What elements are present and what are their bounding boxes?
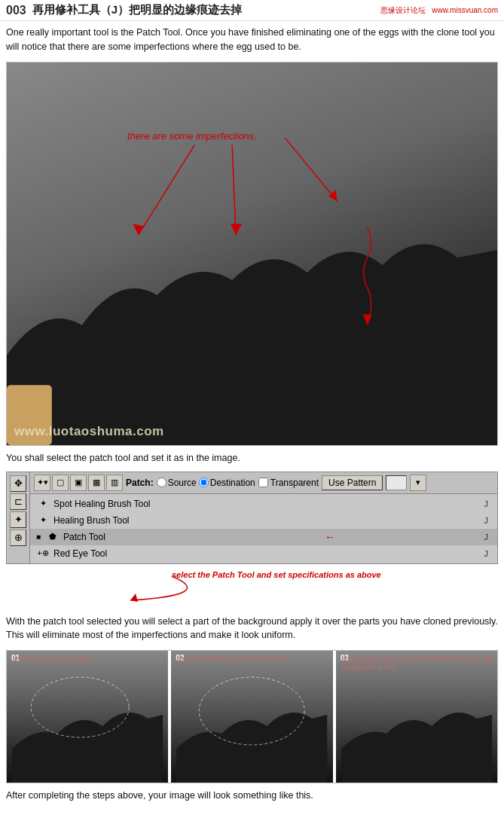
destination-radio-label[interactable]: Destination xyxy=(199,478,255,488)
patch-shortcut: J xyxy=(484,533,492,542)
caption-1: You shall select the patch tool and set … xyxy=(0,449,504,467)
bottom-annotation-3: and drop the selection over the blemishe… xyxy=(342,655,494,672)
red-eye-icon: +⊕ xyxy=(36,547,50,560)
side-tool-move[interactable]: ✥ xyxy=(10,475,26,492)
transparent-checkbox[interactable] xyxy=(258,478,268,487)
bottom-annotation-2: drag the selection over the blemishes xyxy=(177,655,329,664)
source-label: Source xyxy=(168,478,197,488)
toolbar-annotation-container: select the Patch Tool and set specificat… xyxy=(6,569,498,610)
destination-label: Destination xyxy=(210,478,255,488)
svg-marker-7 xyxy=(231,224,242,235)
caption-2: With the patch tool selected you will se… xyxy=(0,610,504,648)
image-annotation: there are some imperfections. xyxy=(127,130,257,142)
final-caption: After completing the steps above, your i… xyxy=(0,786,504,804)
toolbar-wrapper: ✥ ⊏ ✦ ⊕ ✦▾ ▢ ▣ ▦ ▥ Patch: xyxy=(0,472,504,610)
step-title: 再用修补工具（J）把明显的边缘痕迹去掉 xyxy=(32,3,242,17)
side-tool-heal[interactable]: ✦ xyxy=(10,511,26,528)
spot-healing-icon: ✦ xyxy=(36,497,50,511)
bottom-img-2-overlay xyxy=(171,651,332,783)
use-pattern-button[interactable]: Use Pattern xyxy=(322,475,383,490)
toolbar-right: ✦▾ ▢ ▣ ▦ ▥ Patch: Source xyxy=(30,472,497,563)
intro-text: One really important tool is the Patch T… xyxy=(0,21,504,59)
destination-radio[interactable] xyxy=(199,478,209,487)
side-tool-clone[interactable]: ⊕ xyxy=(10,529,26,546)
toolbar-panel: ✥ ⊏ ✦ ⊕ ✦▾ ▢ ▣ ▦ ▥ Patch: xyxy=(6,472,498,564)
patch-active-indicator: ■ xyxy=(36,533,42,541)
toolbar-annotation-text: select the Patch Tool and set specificat… xyxy=(172,570,381,579)
patch-name: Patch Tool xyxy=(63,532,480,542)
toolbar-btn-4[interactable]: ▥ xyxy=(106,475,123,491)
tool-item-healing[interactable]: ✦ Healing Brush Tool J xyxy=(30,512,497,529)
watermark: www.luotaoshuma.com xyxy=(14,424,164,439)
toolbar-btn-2[interactable]: ▣ xyxy=(70,475,87,491)
red-eye-name: Red Eye Tool xyxy=(53,548,481,559)
toolbar-btn-3[interactable]: ▦ xyxy=(88,475,105,491)
pattern-swatch xyxy=(386,475,407,490)
toolbar-icon-group: ✦▾ ▢ ▣ ▦ ▥ xyxy=(34,475,123,491)
arrows-overlay xyxy=(7,63,497,445)
site-info: 思缘设计论坛 www.missvuan.com xyxy=(380,5,498,16)
bottom-image-2: 02 drag the selection over the blemishes xyxy=(170,651,332,783)
spot-healing-shortcut: J xyxy=(484,499,492,508)
header: 003 再用修补工具（J）把明显的边缘痕迹去掉 思缘设计论坛 www.missv… xyxy=(0,0,504,21)
source-radio-label[interactable]: Source xyxy=(157,478,197,488)
patch-icon: ⬟ xyxy=(46,530,60,544)
side-tool-lasso[interactable]: ⊏ xyxy=(10,493,26,510)
source-radio[interactable] xyxy=(157,478,166,487)
toolbar-annotation-svg: select the Patch Tool and set specificat… xyxy=(6,569,458,610)
transparent-label: Transparent xyxy=(270,478,319,488)
tool-item-spot-healing[interactable]: ✦ Spot Healing Brush Tool J xyxy=(30,496,497,512)
main-image: there are some imperfections. www.luotao… xyxy=(6,62,498,446)
red-eye-shortcut: J xyxy=(484,549,492,558)
transparent-group: Transparent xyxy=(258,478,319,488)
svg-line-6 xyxy=(232,145,236,235)
toolbar-side-tools: ✥ ⊏ ✦ ⊕ xyxy=(7,472,30,563)
bottom-image-1: 01 select the area you cloned xyxy=(7,651,168,783)
svg-line-8 xyxy=(285,137,338,201)
toolbar-options-bar: ✦▾ ▢ ▣ ▦ ▥ Patch: Source xyxy=(30,472,497,494)
tools-list: ✦ Spot Healing Brush Tool J ✦ Healing Br… xyxy=(30,494,497,563)
toolbar-icon-heal[interactable]: ✦▾ xyxy=(34,475,50,491)
radio-group: Source Destination xyxy=(157,478,255,488)
site-url: www.missvuan.com xyxy=(432,6,498,14)
toolbar-inner: ✥ ⊏ ✦ ⊕ ✦▾ ▢ ▣ ▦ ▥ Patch: xyxy=(7,472,497,563)
bottom-images-row: 01 select the area you cloned 02 drag th… xyxy=(6,650,498,783)
bottom-annotation-1: select the area you cloned xyxy=(13,655,165,664)
healing-name: Healing Brush Tool xyxy=(53,515,481,526)
step-number: 003 xyxy=(6,4,26,17)
tool-item-patch[interactable]: ■ ⬟ Patch Tool J ← xyxy=(30,529,497,545)
spot-healing-name: Spot Healing Brush Tool xyxy=(53,499,481,509)
svg-marker-5 xyxy=(133,224,144,235)
healing-icon: ✦ xyxy=(36,514,50,527)
bottom-img-1-overlay xyxy=(7,651,168,783)
header-left: 003 再用修补工具（J）把明显的边缘痕迹去掉 xyxy=(6,3,242,17)
svg-line-4 xyxy=(138,145,194,235)
toolbar-expand-btn[interactable]: ▾ xyxy=(410,475,426,491)
healing-shortcut: J xyxy=(484,516,492,525)
site-label: 思缘设计论坛 xyxy=(380,6,426,14)
tool-item-red-eye[interactable]: +⊕ Red Eye Tool J xyxy=(30,545,497,562)
patch-label: Patch: xyxy=(126,478,154,488)
bottom-image-3: 03 and drop the selection over the blemi… xyxy=(334,651,497,783)
patch-selection-arrow: ← xyxy=(325,531,335,543)
toolbar-btn-1[interactable]: ▢ xyxy=(52,475,69,491)
